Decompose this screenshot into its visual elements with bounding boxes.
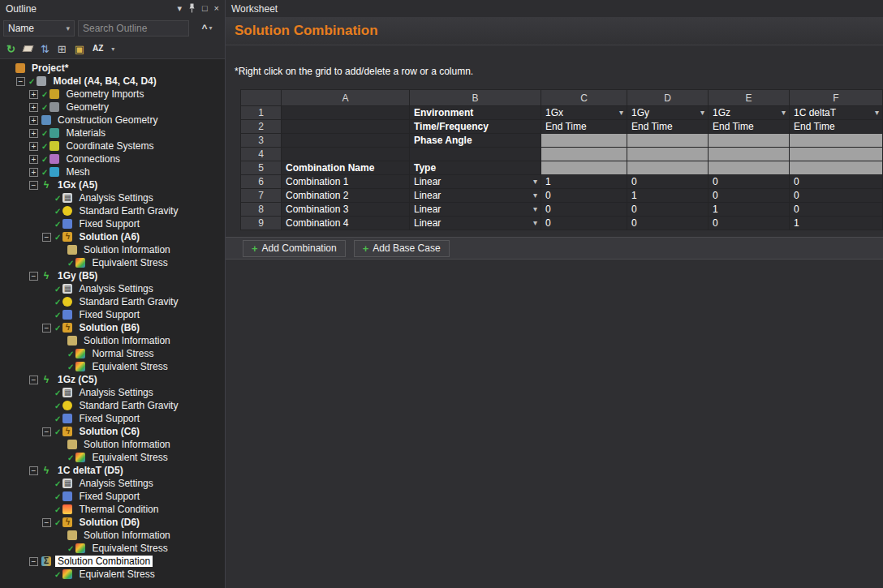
grid-cell[interactable] (709, 148, 790, 161)
tree-node[interactable]: Solution Information (0, 529, 225, 542)
sort-icon[interactable]: ⇅ (41, 44, 50, 54)
row-header[interactable]: 1 (241, 106, 282, 120)
tree-node[interactable]: ✓▦Analysis Settings (0, 191, 225, 204)
filter-type-select[interactable]: Name ▾ (3, 20, 75, 36)
grid-cell[interactable]: Linear▾ (410, 203, 541, 217)
grid-cell[interactable]: Environment (410, 106, 541, 120)
dropdown-arrow-icon[interactable]: ▾ (619, 108, 623, 117)
column-header[interactable]: F (790, 90, 883, 106)
tree-node[interactable]: ✓Equivalent Stress (0, 451, 225, 464)
grid-cell[interactable]: 0 (627, 217, 709, 230)
dropdown-arrow-icon[interactable]: ▾ (782, 108, 786, 117)
grid-cell[interactable]: 0 (541, 217, 627, 230)
tree-node[interactable]: ✓Equivalent Stress (0, 360, 225, 373)
grid-cell[interactable] (627, 134, 709, 148)
collapse-icon[interactable]: − (16, 77, 25, 86)
row-header[interactable]: 4 (241, 148, 282, 161)
tree-node[interactable]: ✓Fixed Support (0, 217, 225, 230)
grid-cell[interactable]: 0 (709, 175, 790, 189)
grid-cell[interactable] (790, 161, 883, 175)
grid-cell[interactable]: 1Gx▾ (541, 106, 627, 120)
grid-cell[interactable]: 1 (627, 189, 709, 203)
expand-collapse-button[interactable]: ^ ▾ (192, 20, 222, 36)
row-header[interactable]: 9 (241, 217, 282, 230)
tree-node[interactable]: ✓Fixed Support (0, 490, 225, 503)
grid-cell[interactable]: 0 (627, 175, 709, 189)
row-header[interactable]: 2 (241, 120, 282, 134)
grid-cell[interactable] (282, 106, 410, 120)
grid-cell[interactable]: 0 (627, 203, 709, 217)
grid-cell[interactable]: Phase Angle (410, 134, 541, 148)
tree-node[interactable]: −✓ϟSolution (A6) (0, 230, 225, 243)
tree-node[interactable]: ✓Thermal Condition (0, 503, 225, 516)
grid-cell[interactable] (790, 134, 883, 148)
row-header[interactable]: 8 (241, 203, 282, 217)
grid-cell[interactable] (282, 134, 410, 148)
column-header[interactable]: E (709, 90, 790, 106)
tree-node[interactable]: ✓Equivalent Stress (0, 256, 225, 269)
grid-cell[interactable] (790, 148, 883, 161)
grid-cell[interactable]: Combination 3 (282, 203, 410, 217)
grid-cell[interactable]: 1Gy▾ (627, 106, 709, 120)
tree-node[interactable]: −✓Model (A4, B4, C4, D4) (0, 75, 225, 88)
grid-cell[interactable]: Combination 2 (282, 189, 410, 203)
grid-cell[interactable] (541, 161, 627, 175)
grid-cell[interactable] (282, 148, 410, 161)
tree-node[interactable]: +Construction Geometry (0, 114, 225, 127)
grid-cell[interactable]: 1 (790, 217, 883, 230)
tree-node[interactable]: Solution Information (0, 438, 225, 451)
grid-cell[interactable]: 1Gz▾ (709, 106, 790, 120)
search-input[interactable] (78, 20, 189, 36)
expand-icon[interactable]: + (29, 155, 38, 164)
refresh-icon[interactable]: ↻ (6, 44, 15, 54)
grid-cell[interactable]: 0 (790, 203, 883, 217)
panel-menu-icon[interactable]: ▾ (177, 4, 182, 13)
tree-node[interactable]: −ϟ1C deltaT (D5) (0, 464, 225, 477)
grid-view-icon[interactable]: ⊞ (58, 44, 67, 54)
collapse-icon[interactable]: − (42, 427, 51, 436)
expand-icon[interactable]: + (29, 168, 38, 177)
column-header[interactable]: C (541, 90, 627, 106)
grid-cell[interactable]: 0 (541, 189, 627, 203)
column-header[interactable] (241, 90, 282, 106)
grid-cell[interactable]: 1C deltaT▾ (790, 106, 883, 120)
column-header[interactable]: A (282, 90, 410, 106)
tree-node[interactable]: ✓Standard Earth Gravity (0, 399, 225, 412)
tree-node[interactable]: −✓ϟSolution (C6) (0, 425, 225, 438)
collapse-icon[interactable]: − (42, 518, 51, 527)
dropdown-arrow-icon[interactable]: ▾ (700, 108, 704, 117)
grid-cell[interactable] (709, 161, 790, 175)
grid-cell[interactable]: Combination Name (282, 161, 410, 175)
grid-cell[interactable]: Time/Frequency (410, 120, 541, 134)
grid-cell[interactable]: 0 (541, 203, 627, 217)
column-header[interactable]: B (410, 90, 541, 106)
eraser-icon[interactable] (23, 45, 34, 52)
grid-cell[interactable] (541, 148, 627, 161)
grid-cell[interactable]: Combination 1 (282, 175, 410, 189)
collapse-icon[interactable]: − (42, 324, 51, 333)
collapse-icon[interactable]: − (29, 181, 38, 190)
dropdown-arrow-icon[interactable]: ▾ (533, 177, 537, 186)
collapse-icon[interactable]: − (29, 272, 38, 281)
tree-node[interactable]: +✓Mesh (0, 165, 225, 178)
collapse-icon[interactable]: − (42, 233, 51, 242)
sort-alpha-icon[interactable]: AZ (93, 45, 103, 53)
grid-cell[interactable]: Type (410, 161, 541, 175)
grid-cell[interactable] (627, 148, 709, 161)
tree-node[interactable]: −ΣSolution Combination (0, 555, 225, 568)
grid-cell[interactable] (410, 148, 541, 161)
tree-node[interactable]: ✓▦Analysis Settings (0, 282, 225, 295)
row-header[interactable]: 7 (241, 189, 282, 203)
grid-cell[interactable]: End Time (709, 120, 790, 134)
grid-cell[interactable]: Linear▾ (410, 175, 541, 189)
tree-node[interactable]: ✓Equivalent Stress (0, 568, 225, 581)
grid-cell[interactable]: 1 (709, 203, 790, 217)
row-header[interactable]: 3 (241, 134, 282, 148)
collapse-icon[interactable]: − (29, 466, 38, 475)
grid-cell[interactable]: Linear▾ (410, 217, 541, 230)
grid-cell[interactable]: Linear▾ (410, 189, 541, 203)
image-icon[interactable]: ▣ (75, 44, 84, 54)
grid-cell[interactable]: 0 (790, 189, 883, 203)
add-base-case-button[interactable]: + Add Base Case (354, 240, 450, 257)
tree-node[interactable]: ✓Standard Earth Gravity (0, 204, 225, 217)
